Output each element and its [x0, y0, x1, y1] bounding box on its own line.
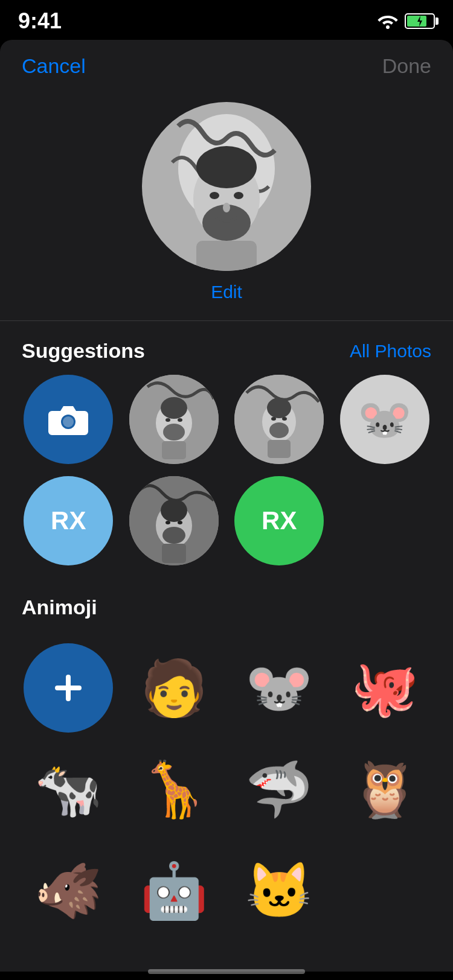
svg-point-23 [271, 417, 276, 421]
photo-circle-3[interactable] [129, 476, 219, 565]
svg-point-29 [162, 527, 185, 544]
status-bar: 9:41 [0, 0, 453, 40]
status-time: 9:41 [18, 8, 62, 34]
giraffe-circle[interactable]: 🦒 [129, 745, 219, 834]
plus-icon [50, 670, 86, 706]
battery-icon [405, 13, 435, 29]
rx-green-suggestion[interactable]: RX [233, 476, 326, 565]
owl-animoji[interactable]: 🦉 [338, 745, 432, 834]
octopus-animoji[interactable]: 🐙 [338, 643, 432, 733]
animoji-header: Animoji [0, 578, 453, 631]
mouse-emoji: 🐭 [358, 394, 412, 445]
photo-circle-2[interactable] [234, 375, 324, 464]
home-indicator [148, 969, 305, 974]
cat-emoji: 🐱 [245, 859, 313, 923]
photo-circle-1[interactable] [129, 375, 219, 464]
person-circle[interactable]: 🧑 [129, 643, 219, 733]
person-animoji[interactable]: 🧑 [127, 643, 221, 733]
svg-point-16 [165, 418, 170, 422]
camera-suggestion[interactable] [22, 375, 115, 464]
photo-suggestion-1[interactable] [127, 375, 221, 464]
main-content: Suggestions All Photos [0, 321, 453, 972]
animoji-row-2: 🐄 🦒 🦈 🦉 [0, 733, 453, 834]
svg-point-15 [163, 424, 185, 441]
mouse-circle[interactable]: 🐭 [340, 375, 429, 464]
cow-emoji: 🐄 [34, 758, 102, 821]
svg-rect-32 [162, 544, 186, 563]
svg-point-8 [223, 203, 230, 212]
cancel-button[interactable]: Cancel [22, 54, 86, 78]
animoji-row-1: 🧑 🐭 🐙 [0, 631, 453, 733]
mouse-animoji-circle[interactable]: 🐭 [234, 643, 324, 733]
add-button[interactable] [24, 643, 113, 733]
svg-point-11 [63, 416, 74, 427]
svg-point-24 [282, 417, 287, 421]
shark-animoji[interactable]: 🦈 [233, 745, 326, 834]
rx-light-circle[interactable]: RX [24, 476, 113, 565]
mouse-suggestion[interactable]: 🐭 [338, 375, 432, 464]
giraffe-animoji[interactable]: 🦒 [127, 745, 221, 834]
done-button[interactable]: Done [382, 54, 431, 78]
profile-editor-container: Cancel Done [0, 40, 453, 972]
rx-green-label: RX [262, 506, 297, 535]
octopus-circle[interactable]: 🐙 [340, 643, 429, 733]
svg-point-6 [210, 192, 219, 199]
edit-button[interactable]: Edit [211, 282, 242, 302]
svg-marker-0 [417, 16, 422, 27]
avatar-circle[interactable] [142, 102, 311, 271]
robot-emoji: 🤖 [140, 859, 208, 923]
cow-circle[interactable]: 🐄 [24, 745, 113, 834]
mouse-animoji-emoji: 🐭 [245, 657, 313, 720]
svg-point-14 [161, 397, 187, 419]
svg-rect-18 [162, 441, 186, 459]
owl-circle[interactable]: 🦉 [340, 745, 429, 834]
owl-emoji: 🦉 [351, 758, 419, 821]
svg-point-21 [267, 398, 291, 418]
all-photos-link[interactable]: All Photos [350, 341, 431, 361]
person-emoji: 🧑 [140, 657, 208, 720]
animoji-section: Animoji 🧑 [0, 578, 453, 947]
svg-point-22 [269, 422, 289, 438]
mouse-animoji[interactable]: 🐭 [233, 643, 326, 733]
svg-point-30 [165, 521, 170, 524]
svg-point-7 [234, 192, 243, 199]
cow-animoji[interactable]: 🐄 [22, 745, 115, 834]
suggestions-grid-row2: RX [0, 476, 453, 578]
giraffe-emoji: 🦒 [140, 758, 208, 821]
photo-suggestion-2[interactable] [233, 375, 326, 464]
status-icons [377, 13, 435, 29]
rx-light-suggestion[interactable]: RX [22, 476, 115, 565]
rx-light-label: RX [51, 506, 86, 535]
camera-icon [47, 401, 89, 438]
animoji-row-3: 🐗 🤖 🐱 [0, 834, 453, 935]
robot-circle[interactable]: 🤖 [129, 846, 219, 935]
svg-rect-25 [268, 440, 291, 458]
octopus-emoji: 🐙 [351, 657, 419, 720]
photo-suggestion-3[interactable] [127, 476, 221, 565]
add-animoji[interactable] [22, 643, 115, 733]
suggestions-grid-row1: 🐭 [0, 375, 453, 476]
boar-animoji[interactable]: 🐗 [22, 846, 115, 935]
shark-emoji: 🦈 [245, 758, 313, 821]
svg-rect-34 [55, 686, 82, 690]
suggestions-title: Suggestions [22, 339, 145, 363]
animoji-title: Animoji [22, 596, 97, 619]
wifi-icon [377, 13, 399, 29]
boar-circle[interactable]: 🐗 [24, 846, 113, 935]
cat-circle[interactable]: 🐱 [234, 846, 324, 935]
svg-point-28 [161, 499, 187, 522]
svg-point-31 [178, 521, 182, 524]
avatar-section: Edit [0, 90, 453, 320]
svg-point-4 [196, 146, 257, 188]
boar-emoji: 🐗 [34, 859, 102, 923]
robot-animoji[interactable]: 🤖 [127, 846, 221, 935]
camera-button[interactable] [24, 375, 113, 464]
rx-green-circle[interactable]: RX [234, 476, 324, 565]
suggestions-header: Suggestions All Photos [0, 321, 453, 375]
cat-animoji[interactable]: 🐱 [233, 846, 326, 935]
svg-rect-9 [196, 241, 257, 271]
svg-point-17 [178, 418, 182, 422]
shark-circle[interactable]: 🦈 [234, 745, 324, 834]
empty-slot [338, 476, 432, 565]
header: Cancel Done [0, 40, 453, 90]
